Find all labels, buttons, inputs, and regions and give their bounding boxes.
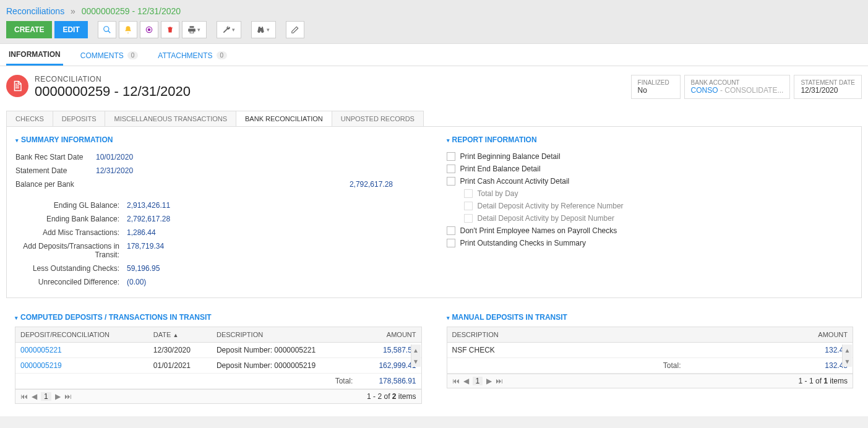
table-row[interactable]: 0000005221 12/30/2020 Deposit Number: 00… [15,343,421,358]
cell: 01/01/2021 [148,358,212,374]
pager-prev-icon[interactable]: ◀ [32,392,37,401]
value: 2,792,617.28 [96,180,393,189]
pager-first-icon[interactable]: ⏮ [20,392,28,401]
checkbox-detail-dep: Detail Deposit Activity by Deposit Numbe… [447,212,853,225]
bank-account-box: BANK ACCOUNT CONSO - CONSOLIDATE... [684,75,791,99]
create-button[interactable]: CREATE [6,21,52,38]
col-header[interactable]: AMOUNT [685,327,853,343]
wrench-icon[interactable]: ▾ [217,21,241,38]
checkbox-begin-balance[interactable]: Print Beginning Balance Detail [447,150,853,163]
svg-point-3 [148,28,150,31]
pager: ⏮ ◀ 1 ▶ ⏭ [20,392,72,401]
cell: 12/30/2020 [148,343,212,358]
tab-comments[interactable]: COMMENTS 0 [78,44,141,66]
checkbox-outstanding-summary[interactable]: Print Outstanding Checks in Summary [447,237,853,249]
col-header[interactable]: DESCRIPTION [447,327,686,343]
deposit-link[interactable]: 0000005221 [20,346,62,354]
page-label: RECONCILIATION [35,75,191,83]
svg-line-1 [108,31,111,33]
col-header[interactable]: AMOUNT [358,327,421,343]
edit-button[interactable]: EDIT [54,21,87,38]
tab-bank-reconciliation[interactable]: BANK RECONCILIATION [236,111,332,126]
pager-prev-icon[interactable]: ◀ [463,377,469,385]
delete-icon[interactable] [161,21,179,38]
pager-next-icon[interactable]: ▶ [486,377,492,385]
checkbox-detail-ref: Detail Deposit Activity by Reference Num… [447,200,853,212]
report-section-header[interactable]: ▾REPORT INFORMATION [447,135,853,144]
manual-section-header[interactable]: ▾MANUAL DEPOSITS IN TRANSIT [447,313,854,322]
subtabs: CHECKS DEPOSITS MISCELLANEOUS TRANSACTIO… [6,111,862,126]
tab-label: COMMENTS [80,51,124,60]
label: Bank Rec Start Date [15,153,96,161]
tab-checks[interactable]: CHECKS [6,111,53,126]
breadcrumb-current: 0000000259 - 12/31/2020 [82,6,181,16]
tab-information[interactable]: INFORMATION [6,44,63,66]
total-value: 178,586.91 [358,374,421,389]
scroll-up-icon[interactable]: ▲ [842,345,852,356]
toolbar: CREATE EDIT ▾ ▾ ▾ [6,21,862,43]
edit-icon[interactable] [286,21,304,38]
checkbox-no-emp-names[interactable]: Don't Print Employee Names on Payroll Ch… [447,225,853,237]
tab-unposted-records[interactable]: UNPOSTED RECORDS [332,111,424,126]
table-row[interactable]: NSF CHECK 132.43 [447,343,853,358]
pager-summary: 1 - 1 of 1 items [799,377,848,385]
scroll-up-icon[interactable]: ▲ [411,345,421,356]
page-title: 0000000259 - 12/31/2020 [35,83,191,100]
summary-section-header[interactable]: ▾SUMMARY INFORMATION [15,135,422,144]
info-label: BANK ACCOUNT [691,79,784,86]
pager-current-page: 1 [41,392,51,401]
tab-misc-transactions[interactable]: MISCELLANEOUS TRANSACTIONS [105,111,236,126]
value: 2,913,426.11 [127,201,422,210]
checkbox-end-balance[interactable]: Print End Balance Detail [447,163,853,175]
main-tabs: INFORMATION COMMENTS 0 ATTACHMENTS 0 [0,44,868,66]
deposit-link[interactable]: 0000005219 [20,361,62,370]
tab-label: ATTACHMENTS [158,51,212,60]
print-icon[interactable]: ▾ [182,21,207,38]
sort-asc-icon: ▲ [173,332,178,338]
value: (0.00) [127,278,422,286]
search-icon[interactable] [98,21,116,38]
target-icon[interactable] [140,21,158,38]
label: Ending Bank Balance: [15,215,127,223]
document-icon [6,75,28,97]
label: Less Outstanding Checks: [15,264,127,273]
binoculars-icon[interactable]: ▾ [251,21,276,38]
finalized-box: FINALIZED No [631,75,681,99]
cell: Deposit Number: 0000005219 [212,358,358,374]
pager-next-icon[interactable]: ▶ [55,392,61,401]
scroll-down-icon[interactable]: ▼ [842,356,852,367]
cell: 132.43 [685,343,853,358]
bank-account-link[interactable]: CONSO [691,86,718,95]
col-header[interactable]: DATE ▲ [148,327,212,343]
computed-section-header[interactable]: ▾COMPUTED DEPOSITS / TRANSACTIONS IN TRA… [15,313,422,322]
computed-grid: DEPOSIT/RECONCILIATION DATE ▲ DESCRIPTIO… [15,327,422,404]
info-label: FINALIZED [638,79,674,86]
value: 1,286.44 [127,228,422,237]
info-value: No [638,86,674,95]
manual-grid: DESCRIPTION AMOUNT NSF CHECK 132.43 Tota… [447,327,854,388]
breadcrumb-root[interactable]: Reconciliations [6,6,64,16]
value: 10/01/2020 [96,153,393,161]
value: 178,719.34 [127,242,422,259]
comments-badge: 0 [127,51,139,59]
scroll-down-icon[interactable]: ▼ [411,356,421,367]
attachments-badge: 0 [217,51,228,59]
value: 12/31/2020 [96,166,393,175]
total-row: Total: 178,586.91 [15,374,421,389]
table-row[interactable]: 0000005219 01/01/2021 Deposit Number: 00… [15,358,421,374]
pager-first-icon[interactable]: ⏮ [452,377,460,385]
statement-date-box: STATEMENT DATE 12/31/2020 [794,75,862,99]
bell-icon[interactable] [119,21,137,38]
tab-deposits[interactable]: DEPOSITS [53,111,106,126]
col-header[interactable]: DEPOSIT/RECONCILIATION [15,327,148,343]
label: Add Misc Transactions: [15,228,127,237]
pager-last-icon[interactable]: ⏭ [496,377,503,385]
total-value: 132.43 [685,358,853,374]
value: 59,196.95 [127,264,422,273]
tab-attachments[interactable]: ATTACHMENTS 0 [155,44,230,66]
pager: ⏮ ◀ 1 ▶ ⏭ [452,377,504,385]
checkbox-cash-activity[interactable]: Print Cash Account Activity Detail [447,175,853,187]
pager-last-icon[interactable]: ⏭ [64,392,72,401]
col-header[interactable]: DESCRIPTION [212,327,358,343]
label: Statement Date [15,166,96,175]
